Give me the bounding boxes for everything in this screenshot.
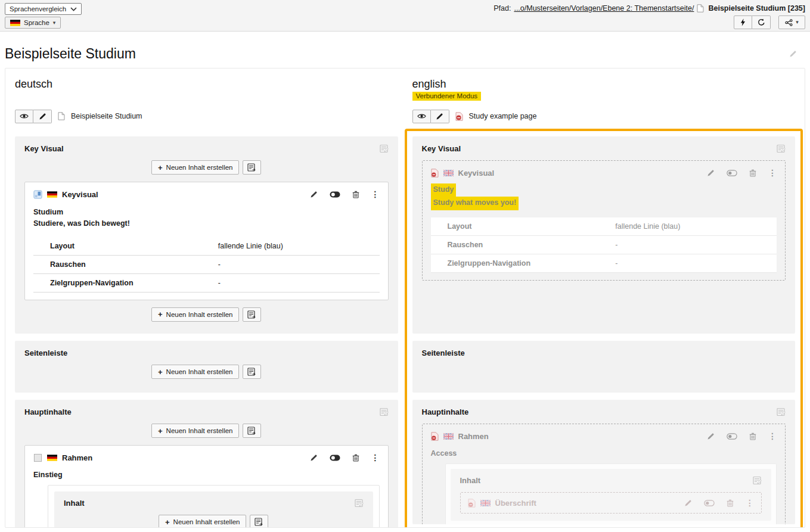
delete-content-icon[interactable]	[352, 454, 359, 462]
paste-icon	[247, 163, 256, 172]
more-options-icon[interactable]: ⋮	[371, 189, 380, 199]
plus-icon: +	[158, 164, 163, 172]
content-element-rahmen-de: Rahmen ⋮ Einstieg Inhalt	[24, 445, 389, 528]
page-title: Beispielseite Studium	[5, 46, 136, 62]
edit-section-icon[interactable]	[380, 407, 389, 416]
breadcrumb-path-link[interactable]: ...o/Musterseiten/Vorlagen/Ebene 2: Them…	[514, 4, 694, 13]
table-row: Rauschen -	[431, 236, 777, 254]
toggle-visibility-icon[interactable]	[330, 191, 340, 198]
language-compare-panel: deutsch Beispielseite Studium Key Visual	[5, 68, 805, 528]
toggle-visibility-icon[interactable]	[330, 455, 340, 461]
view-page-button-en[interactable]	[412, 110, 431, 123]
share-icon	[785, 19, 793, 26]
frame-inner-container: Inhalt + Neuen Inhalt erstellen	[48, 485, 380, 528]
more-options-icon[interactable]: ⋮	[746, 498, 754, 508]
reload-button[interactable]	[752, 15, 771, 29]
content-element-title: Keyvisual	[458, 169, 495, 178]
element-properties-table: Layout fallende Linie (blau) Rauschen - …	[431, 217, 777, 273]
paste-content-button[interactable]	[250, 515, 268, 528]
edit-section-icon[interactable]	[380, 144, 389, 153]
new-content-label: Neuen Inhalt erstellen	[166, 427, 233, 434]
paste-content-button[interactable]	[243, 365, 261, 379]
section-title: Hauptinhalte	[24, 407, 72, 416]
frame-section-label: Access	[431, 449, 777, 458]
paste-content-button[interactable]	[243, 307, 261, 322]
plus-icon: +	[158, 310, 163, 318]
edit-section-icon[interactable]	[355, 499, 364, 508]
table-row: Zielgruppen-Navigation -	[431, 254, 777, 273]
view-page-button-de[interactable]	[15, 110, 33, 123]
edit-section-icon[interactable]	[753, 476, 762, 485]
element-properties-table: Layout fallende Linie (blau) Rauschen - …	[33, 237, 380, 293]
edit-content-icon[interactable]	[684, 499, 692, 507]
paste-content-button[interactable]	[243, 424, 261, 438]
content-element-rahmen-en: Rahmen ⋮ Access	[422, 424, 786, 524]
edit-content-icon[interactable]	[310, 454, 318, 462]
hidden-content-icon	[431, 432, 439, 441]
section-seitenleiste-en: Seitenleiste	[412, 341, 796, 393]
edit-page-button-en[interactable]	[431, 110, 449, 123]
more-options-icon[interactable]: ⋮	[371, 453, 380, 462]
lightning-icon	[740, 18, 746, 26]
page-icon	[58, 112, 65, 120]
caret-down-icon: ▾	[53, 20, 56, 26]
german-column-heading: deutsch	[15, 78, 398, 91]
eye-icon	[20, 113, 29, 119]
toggle-visibility-icon[interactable]	[704, 500, 715, 506]
new-content-button[interactable]: + Neuen Inhalt erstellen	[151, 160, 239, 175]
connected-mode-badge: Verbundener Modus	[412, 92, 482, 101]
uk-flag-icon	[443, 170, 454, 176]
paste-icon	[255, 518, 263, 526]
paste-content-button[interactable]	[243, 160, 261, 175]
plus-icon: +	[165, 518, 170, 526]
translated-subheadline-highlight: Study what moves you!	[431, 197, 519, 210]
more-options-icon[interactable]: ⋮	[768, 431, 777, 441]
path-label: Pfad:	[494, 4, 511, 13]
refresh-icon	[758, 18, 765, 26]
delete-content-icon[interactable]	[749, 169, 756, 177]
content-type-icon	[33, 453, 42, 462]
page-link-en: Study example page	[469, 112, 537, 120]
paste-icon	[247, 310, 256, 319]
more-options-icon[interactable]: ⋮	[768, 168, 777, 178]
section-key-visual-de: Key Visual + Neuen Inhalt erstellen Keyv…	[15, 136, 398, 334]
english-column-heading: english	[412, 78, 796, 91]
edit-page-button-de[interactable]	[33, 110, 52, 123]
caret-down-icon: ▾	[796, 20, 799, 25]
inner-section-title: Inhalt	[460, 476, 481, 485]
new-content-button[interactable]: + Neuen Inhalt erstellen	[151, 365, 239, 379]
edit-content-icon[interactable]	[707, 433, 715, 440]
paste-icon	[247, 368, 256, 376]
hidden-content-icon	[431, 169, 439, 178]
clear-cache-button[interactable]	[734, 15, 752, 29]
edit-content-icon[interactable]	[310, 191, 318, 198]
edit-section-icon[interactable]	[777, 144, 786, 153]
page-icon	[697, 4, 704, 13]
toggle-visibility-icon[interactable]	[727, 433, 737, 440]
content-element-title: Rahmen	[458, 432, 489, 441]
toggle-visibility-icon[interactable]	[727, 170, 737, 176]
new-content-button[interactable]: + Neuen Inhalt erstellen	[151, 424, 239, 438]
eye-icon	[417, 113, 426, 119]
content-element-keyvisual-en: Keyvisual ⋮ Study Study what moves you!	[422, 160, 786, 281]
new-content-button[interactable]: + Neuen Inhalt erstellen	[159, 515, 246, 528]
language-compare-select[interactable]: Sprachenvergleich	[5, 3, 82, 15]
edit-section-icon[interactable]	[777, 407, 786, 416]
edit-page-title-icon[interactable]	[789, 50, 797, 58]
frame-section-label: Einstieg	[33, 471, 380, 479]
delete-content-icon[interactable]	[352, 191, 359, 198]
language-menu-label: Sprache	[24, 19, 49, 26]
delete-content-icon[interactable]	[749, 433, 756, 440]
new-content-label: Neuen Inhalt erstellen	[166, 164, 233, 171]
new-content-button[interactable]: + Neuen Inhalt erstellen	[151, 307, 239, 322]
delete-content-icon[interactable]	[727, 499, 734, 507]
content-type-icon	[33, 190, 42, 199]
translated-headline-highlight: Study	[431, 183, 457, 197]
edit-content-icon[interactable]	[707, 169, 715, 177]
plus-icon: +	[158, 427, 163, 435]
inner-section-title: Inhalt	[64, 499, 85, 508]
language-menu-button[interactable]: Sprache ▾	[5, 17, 61, 29]
share-button[interactable]: ▾	[778, 15, 805, 29]
chevron-down-icon	[70, 7, 77, 11]
section-title: Seitenleiste	[422, 349, 465, 357]
